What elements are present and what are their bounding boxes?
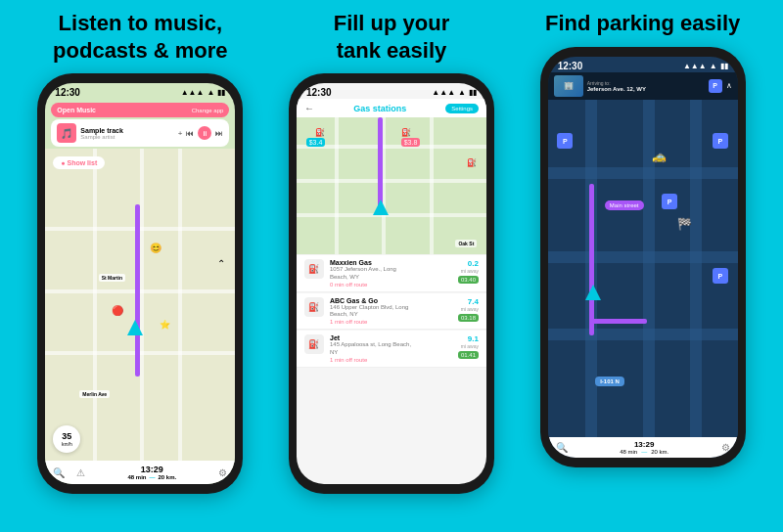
station2-dist-unit: mi away: [458, 306, 479, 312]
settings-icon[interactable]: ⚙: [218, 467, 227, 478]
dest-name: Jeferson Ave. 12, WY: [587, 86, 705, 92]
change-app-label: Change app: [192, 108, 224, 113]
artist-name: Sample artist: [80, 134, 173, 140]
report-icon[interactable]: ⚠: [76, 467, 85, 478]
station3-price: 01.41: [458, 351, 479, 359]
panel2-title: Fill up your tank easily: [334, 10, 450, 64]
map-marker-3: ⭐: [160, 320, 170, 330]
eta-info-1: 13:29 48 min — 20 km.: [127, 465, 176, 480]
station3-dist-unit: mi away: [458, 343, 479, 349]
music-controls[interactable]: + ⏮ ⏸ ⏭: [178, 126, 224, 140]
parking-p-icon: P: [709, 79, 722, 93]
gas-station-1[interactable]: ⛽ Maxxien Gas 1057 Jeferson Ave., Long B…: [297, 255, 486, 292]
gas-settings-btn[interactable]: Settings: [445, 104, 479, 113]
dist-value: 20 km.: [158, 474, 176, 480]
panel-music: Listen to music, podcasts & more 12:30 ▲…: [19, 10, 261, 522]
map-marker-1: 😊: [150, 243, 161, 253]
album-art: 🎵: [57, 123, 76, 143]
route-icon: —: [149, 474, 155, 480]
gas-station-2[interactable]: ⛽ ABC Gas & Go 146 Upper Clapton Blvd, L…: [297, 293, 486, 331]
parking-badge-4: P: [662, 194, 677, 209]
flag-icon: 🏁: [677, 217, 692, 231]
battery-icon-3: ▮▮: [720, 62, 728, 70]
park-route: [589, 184, 594, 335]
station1-name: Maxxien Gas: [330, 259, 452, 266]
station3-name: Jet: [330, 334, 452, 341]
music-note-icon: 🎵: [61, 128, 72, 139]
park-dist-val: 20 km.: [651, 449, 668, 455]
phone2-frame: 12:30 ▲▲▲ ▲ ▮▮ ← Gas stations Settings: [289, 73, 494, 494]
gas-station-3[interactable]: ⛽ Jet 145 Appaloosa st, Long Beach, NY 1…: [297, 331, 486, 368]
speed-unit: km/h: [62, 441, 72, 447]
gas-nav-arrow: [373, 200, 389, 215]
map1-area: St Martin Merlin Ave 35 km/h ● Show list: [45, 149, 235, 461]
back-button[interactable]: ←: [304, 103, 314, 113]
current-time-1: 13:29: [127, 465, 176, 474]
park-settings-icon[interactable]: ⚙: [721, 442, 730, 453]
phone1-frame: 12:30 ▲▲▲ ▲ ▮▮ Open Music Change app 🎵: [37, 73, 243, 494]
music-top-bar[interactable]: Open Music Change app: [51, 103, 229, 117]
show-list-btn[interactable]: ● Show list: [53, 156, 105, 169]
phone2-screen: 12:30 ▲▲▲ ▲ ▮▮ ← Gas stations Settings: [297, 83, 486, 484]
road-v3: [690, 100, 702, 437]
station2-addr: 146 Upper Clapton Blvd, Long Beach, NY: [330, 304, 452, 320]
add-button[interactable]: +: [178, 129, 183, 138]
street-label-merlin: Merlin Ave: [79, 390, 110, 398]
panel3-title: Find parking easily: [545, 10, 740, 37]
station1-info: Maxxien Gas 1057 Jeferson Ave., Long Bea…: [330, 259, 452, 288]
park-route-h: [589, 319, 646, 324]
status-bar-2: 12:30 ▲▲▲ ▲ ▮▮: [297, 83, 486, 100]
music-player[interactable]: 🎵 Sample track Sample artist + ⏮ ⏸ ⏭: [51, 119, 229, 147]
station1-dist-unit: mi away: [458, 268, 479, 274]
play-pause-button[interactable]: ⏸: [198, 126, 211, 140]
status-time-2: 12:30: [306, 87, 332, 98]
search-icon[interactable]: 🔍: [53, 467, 65, 478]
status-bar-3: 12:30 ▲▲▲ ▲ ▮▮: [548, 57, 738, 73]
street-label-1: St Martin: [99, 274, 125, 282]
park-bottom-bar: 🔍 13:29 48 min — 20 km. ⚙: [548, 437, 738, 458]
prev-button[interactable]: ⏮: [186, 129, 194, 138]
gas-stations-title: Gas stations: [353, 104, 406, 113]
gas-list: ⛽ Maxxien Gas 1057 Jeferson Ave., Long B…: [297, 254, 486, 484]
fuel-icon-2: ⛽: [401, 128, 411, 137]
chevron-up-icon[interactable]: ∧: [726, 81, 732, 90]
station2-info: ABC Gas & Go 146 Upper Clapton Blvd, Lon…: [330, 297, 452, 326]
station2-price: 03.18: [458, 314, 479, 322]
expand-icon[interactable]: ⌃: [217, 258, 225, 269]
bottom-bar-1: 🔍 ⚠ 13:29 48 min — 20 km. ⚙: [45, 461, 235, 484]
speed-value: 35: [62, 431, 71, 441]
nav-arrow-1: [127, 320, 143, 335]
station2-dist-num: 7.4: [458, 297, 479, 306]
park-time: 13:29: [620, 440, 668, 449]
status-icons-2: ▲▲▲ ▲ ▮▮: [432, 88, 477, 97]
station3-dist: 9.1 mi away 01.41: [458, 334, 479, 359]
status-time-3: 12:30: [558, 61, 583, 71]
gas-header: ← Gas stations Settings: [297, 99, 486, 117]
station3-info: Jet 145 Appaloosa st, Long Beach, NY 1 m…: [330, 334, 452, 363]
eta-row-1: 48 min — 20 km.: [127, 474, 176, 480]
track-name: Sample track: [80, 127, 173, 134]
station1-addr: 1057 Jeferson Ave., Long Beach, WY: [330, 266, 452, 282]
app-container: Listen to music, podcasts & more 12:30 ▲…: [0, 0, 783, 532]
park-search-icon[interactable]: 🔍: [556, 442, 568, 453]
station2-icon: ⛽: [304, 297, 324, 317]
status-time-1: 12:30: [55, 87, 80, 98]
station3-addr: 145 Appaloosa st, Long Beach, NY: [330, 341, 452, 357]
wifi-icon: ▲: [207, 88, 214, 97]
next-button[interactable]: ⏭: [215, 129, 223, 138]
price-tag-1: $3.4: [306, 138, 326, 147]
parking-badge-2: P: [713, 133, 728, 149]
dest-thumbnail: 🏢: [554, 75, 583, 97]
wifi-icon-2: ▲: [458, 88, 466, 97]
phone3-screen: 12:30 ▲▲▲ ▲ ▮▮ 🏢 Arriving to: J: [548, 57, 738, 458]
thumb-image: 🏢: [554, 75, 583, 97]
map-marker-2: 🔴: [112, 305, 123, 316]
park-nav-arrow: [585, 285, 601, 300]
main-street-label: Main street: [605, 200, 644, 210]
park-route-line-icon: —: [641, 449, 647, 455]
battery-icon-2: ▮▮: [469, 88, 477, 97]
park-dest: Arriving to: Jeferson Ave. 12, WY: [587, 80, 705, 92]
route-line: [135, 204, 140, 376]
station2-off: 1 min off route: [330, 319, 452, 325]
station2-dist: 7.4 mi away 03.18: [458, 297, 479, 322]
